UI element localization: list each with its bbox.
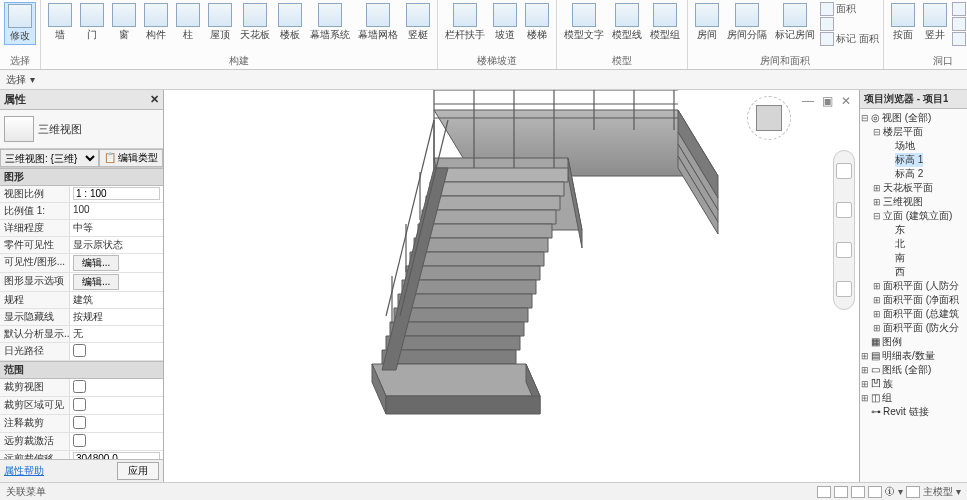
tree-twisty-icon[interactable]: ⊞ <box>860 349 869 363</box>
curtain-grid-button[interactable]: 幕墙网格 <box>355 2 401 43</box>
tree-node[interactable]: 西 <box>860 265 967 279</box>
tree-node[interactable]: ⊶Revit 链接 <box>860 405 967 419</box>
tree-node[interactable]: 标高 1 <box>860 153 967 167</box>
status-chip[interactable] <box>868 486 882 498</box>
component-button[interactable]: 构件 <box>141 2 171 43</box>
prop-value[interactable]: 编辑... <box>70 254 163 272</box>
wall-open-button[interactable]: 墙 <box>952 2 967 16</box>
apply-button[interactable]: 应用 <box>117 462 159 480</box>
edit-type-button[interactable]: 📋编辑类型 <box>99 149 163 167</box>
curtain-system-button[interactable]: 幕墙系统 <box>307 2 353 43</box>
prop-value[interactable] <box>70 343 163 360</box>
properties-help-link[interactable]: 属性帮助 <box>4 464 44 478</box>
prop-value[interactable]: 编辑... <box>70 273 163 291</box>
area-sep-button[interactable] <box>820 17 879 31</box>
minimize-view-icon[interactable]: — <box>802 94 814 108</box>
tree-twisty-icon[interactable]: ⊟ <box>872 125 881 139</box>
area-button[interactable]: 面积 <box>820 2 879 16</box>
prop-value[interactable]: 显示原状态 <box>70 237 163 253</box>
zoom-icon[interactable] <box>836 242 852 258</box>
prop-input[interactable] <box>73 187 160 200</box>
prop-value[interactable]: 无 <box>70 326 163 342</box>
status-chip[interactable] <box>834 486 848 498</box>
prop-checkbox[interactable] <box>73 434 86 447</box>
tree-node[interactable]: ⊞三维视图 <box>860 195 967 209</box>
tree-node[interactable]: ⊟◎视图 (全部) <box>860 111 967 125</box>
tree-node[interactable]: ▦图例 <box>860 335 967 349</box>
view-cube[interactable] <box>747 96 791 140</box>
railing-button[interactable]: 栏杆扶手 <box>442 2 488 43</box>
prop-section-header[interactable]: 范围 <box>0 361 163 379</box>
prop-edit-button[interactable]: 编辑... <box>73 255 119 271</box>
prop-value[interactable]: 按规程 <box>70 309 163 325</box>
tree-twisty-icon[interactable]: ⊞ <box>872 293 881 307</box>
model-line-button[interactable]: 模型线 <box>609 2 645 43</box>
status-chip[interactable] <box>906 486 920 498</box>
window-button[interactable]: 窗 <box>109 2 139 43</box>
prop-checkbox[interactable] <box>73 416 86 429</box>
model-text-button[interactable]: 模型文字 <box>561 2 607 43</box>
prop-value[interactable] <box>70 397 163 414</box>
orbit-icon[interactable] <box>836 281 852 297</box>
model-group-button[interactable]: 模型组 <box>647 2 683 43</box>
tree-twisty-icon[interactable]: ⊞ <box>860 391 869 405</box>
dormer-button[interactable]: 老虎窗 <box>952 32 967 46</box>
restore-view-icon[interactable]: ▣ <box>822 94 833 108</box>
tree-node[interactable]: ⊟立面 (建筑立面) <box>860 209 967 223</box>
stair-button[interactable]: 楼梯 <box>522 2 552 43</box>
tree-twisty-icon[interactable]: ⊞ <box>860 363 869 377</box>
column-button[interactable]: 柱 <box>173 2 203 43</box>
tag-area-button[interactable]: 标记 面积 <box>820 32 879 46</box>
status-chip[interactable] <box>851 486 865 498</box>
instance-selector[interactable]: 三维视图: {三维} <box>0 149 99 167</box>
prop-value[interactable]: 中等 <box>70 220 163 236</box>
tree-node[interactable]: ⊞天花板平面 <box>860 181 967 195</box>
prop-value[interactable] <box>70 186 163 202</box>
tree-node[interactable]: ⊞面积平面 (防火分 <box>860 321 967 335</box>
ramp-button[interactable]: 坡道 <box>490 2 520 43</box>
tree-node[interactable]: 场地 <box>860 139 967 153</box>
type-selector-row[interactable]: 三维视图 <box>0 110 163 149</box>
modify-button[interactable]: 修改 <box>4 2 36 45</box>
wall-button[interactable]: 墙 <box>45 2 75 43</box>
prop-value[interactable] <box>70 451 163 459</box>
prop-edit-button[interactable]: 编辑... <box>73 274 119 290</box>
tree-node[interactable]: ⊞▤明细表/数量 <box>860 349 967 363</box>
status-chip[interactable] <box>817 486 831 498</box>
by-face-button[interactable]: 按面 <box>888 2 918 43</box>
vertical-button[interactable]: 竖井 <box>920 2 950 43</box>
tree-twisty-icon[interactable]: ⊞ <box>872 181 881 195</box>
tree-twisty-icon[interactable]: ⊞ <box>860 377 869 391</box>
tree-node[interactable]: ⊞面积平面 (人防分 <box>860 279 967 293</box>
tree-node[interactable]: 东 <box>860 223 967 237</box>
tree-node[interactable]: ⊞◫组 <box>860 391 967 405</box>
prop-value[interactable]: 100 <box>70 203 163 219</box>
tree-node[interactable]: ⊞面积平面 (总建筑 <box>860 307 967 321</box>
tree-twisty-icon[interactable]: ⊟ <box>860 111 869 125</box>
door-button[interactable]: 门 <box>77 2 107 43</box>
steering-wheel-icon[interactable] <box>836 163 852 179</box>
prop-input[interactable] <box>73 452 160 459</box>
tree-node[interactable]: 北 <box>860 237 967 251</box>
tag-room-button[interactable]: 标记房间 <box>772 2 818 43</box>
prop-checkbox[interactable] <box>73 344 86 357</box>
prop-value[interactable]: 建筑 <box>70 292 163 308</box>
mullion-button[interactable]: 竖梃 <box>403 2 433 43</box>
tree-twisty-icon[interactable]: ⊞ <box>872 279 881 293</box>
prop-checkbox[interactable] <box>73 380 86 393</box>
pan-icon[interactable] <box>836 202 852 218</box>
prop-checkbox[interactable] <box>73 398 86 411</box>
prop-value[interactable] <box>70 433 163 450</box>
viewport-3d[interactable]: — ▣ ✕ <box>164 90 859 482</box>
dropdown-icon[interactable]: ▾ <box>30 74 35 85</box>
worksets-dropdown[interactable]: ▾ <box>898 486 903 497</box>
vert-open-button[interactable]: 垂直 <box>952 17 967 31</box>
close-icon[interactable]: ✕ <box>150 93 159 106</box>
select-label[interactable]: 选择 <box>6 73 26 87</box>
tree-node[interactable]: ⊞▭图纸 (全部) <box>860 363 967 377</box>
roof-button[interactable]: 屋顶 <box>205 2 235 43</box>
prop-section-header[interactable]: 图形 <box>0 168 163 186</box>
cube-face[interactable] <box>756 105 782 131</box>
tree-twisty-icon[interactable]: ⊞ <box>872 307 881 321</box>
tree-twisty-icon[interactable]: ⊞ <box>872 195 881 209</box>
